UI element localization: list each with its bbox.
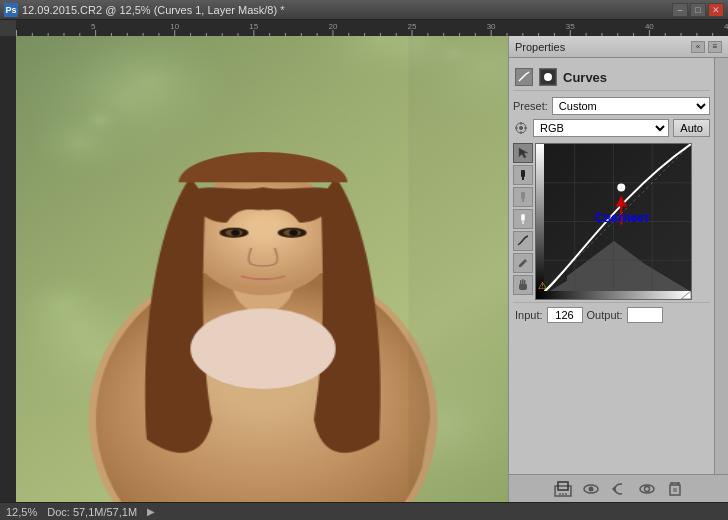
channel-select[interactable]: RGB <box>533 119 669 137</box>
eyedropper-white-tool[interactable] <box>513 209 533 229</box>
svg-rect-14 <box>522 221 524 224</box>
panel-titlebar: Properties « ≡ <box>509 36 728 58</box>
channel-row: RGB Auto <box>513 119 710 137</box>
svg-rect-10 <box>522 177 524 180</box>
main-area: Properties « ≡ <box>0 20 728 502</box>
panel-controls: « ≡ <box>691 41 722 53</box>
visibility-button[interactable] <box>580 479 602 499</box>
left-ruler <box>0 36 16 502</box>
previous-state-button[interactable] <box>608 479 630 499</box>
tools-column <box>513 143 533 300</box>
svg-point-25 <box>644 486 649 491</box>
forward-arrow-icon: ▶ <box>147 506 155 517</box>
panel-menu-button[interactable]: ≡ <box>708 41 722 53</box>
delete-button[interactable] <box>664 479 686 499</box>
svg-rect-13 <box>521 214 525 221</box>
panel-content: Curves Preset: Custom <box>509 58 714 474</box>
preset-select[interactable]: Custom <box>552 97 710 115</box>
window-title: 12.09.2015.CR2 @ 12,5% (Curves 1, Layer … <box>22 4 284 16</box>
right-scrollbar[interactable] <box>714 58 728 474</box>
titlebar: Ps 12.09.2015.CR2 @ 12,5% (Curves 1, Lay… <box>0 0 728 20</box>
svg-marker-23 <box>612 486 615 492</box>
top-ruler <box>16 20 728 36</box>
doc-size: Doc: 57,1M/57,1M <box>47 506 137 518</box>
eyedropper-gray-tool[interactable] <box>513 187 533 207</box>
curves-header: Curves <box>513 64 710 91</box>
svg-rect-11 <box>521 192 525 199</box>
output-label: Output: <box>587 309 623 321</box>
svg-rect-9 <box>521 170 525 177</box>
mask-icon[interactable] <box>539 68 557 86</box>
photo-area: Properties « ≡ <box>16 36 728 502</box>
svg-rect-26 <box>670 485 680 495</box>
statusbar: 12,5% Doc: 57,1M/57,1M ▶ <box>0 502 728 520</box>
titlebar-left: Ps 12.09.2015.CR2 @ 12,5% (Curves 1, Lay… <box>4 3 284 17</box>
content-row: Properties « ≡ <box>0 36 728 502</box>
auto-button[interactable]: Auto <box>673 119 710 137</box>
curves-canvas[interactable] <box>535 143 692 300</box>
view-button[interactable] <box>636 479 658 499</box>
curves-graph-container[interactable]: Светлеет <box>535 143 710 300</box>
input-field[interactable] <box>547 307 583 323</box>
svg-point-2 <box>544 73 552 81</box>
panel-collapse-button[interactable]: « <box>691 41 705 53</box>
minimize-button[interactable]: – <box>672 3 688 17</box>
close-button[interactable]: ✕ <box>708 3 724 17</box>
panel-toolbar <box>509 474 728 502</box>
window-controls: – □ ✕ <box>672 3 724 17</box>
curve-tool[interactable] <box>513 231 533 251</box>
output-field[interactable] <box>627 307 663 323</box>
panel-title: Properties <box>515 41 565 53</box>
preset-row: Preset: Custom <box>513 97 710 115</box>
eyedropper-black-tool[interactable] <box>513 165 533 185</box>
select-tool[interactable] <box>513 143 533 163</box>
preset-label: Preset: <box>513 100 548 112</box>
input-label: Input: <box>515 309 543 321</box>
svg-rect-12 <box>522 199 524 202</box>
svg-point-22 <box>588 486 593 491</box>
io-row: Input: Output: <box>513 302 710 327</box>
maximize-button[interactable]: □ <box>690 3 706 17</box>
adjustment-layer-icon <box>515 68 533 86</box>
ps-icon: Ps <box>4 3 18 17</box>
hand-tool[interactable] <box>513 275 533 295</box>
zoom-level: 12,5% <box>6 506 37 518</box>
curves-title: Curves <box>563 70 607 85</box>
properties-panel: Properties « ≡ <box>508 36 728 502</box>
target-icon <box>513 120 529 136</box>
curves-area: Светлеет <box>513 143 710 300</box>
clip-to-layer-button[interactable] <box>552 479 574 499</box>
pencil-tool[interactable] <box>513 253 533 273</box>
svg-point-4 <box>519 126 523 130</box>
